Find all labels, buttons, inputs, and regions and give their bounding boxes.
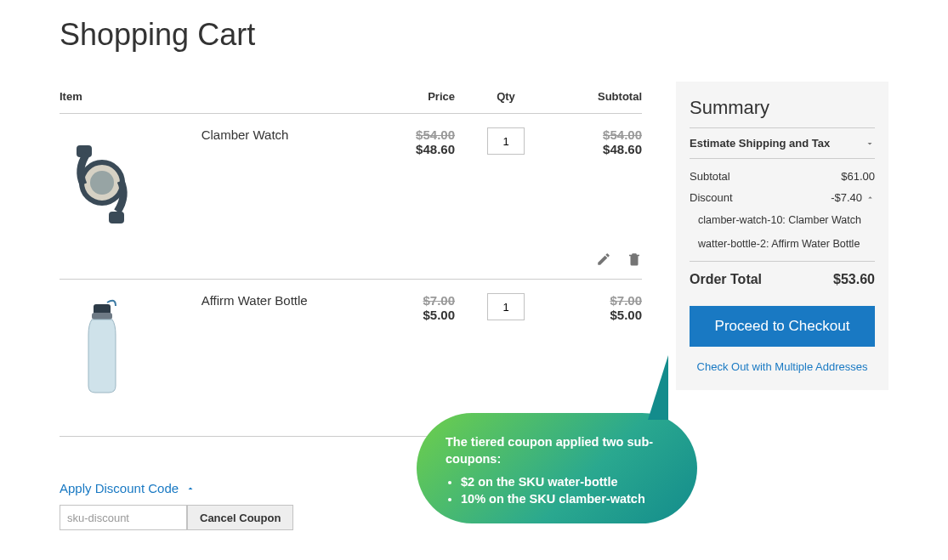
remove-item-button[interactable] <box>627 252 642 267</box>
price-old: $7.00 <box>378 293 455 308</box>
col-price: Price <box>378 82 455 114</box>
discount-code-input[interactable] <box>60 505 187 530</box>
proceed-to-checkout-button[interactable]: Proceed to Checkout <box>690 306 875 347</box>
chevron-up-icon <box>185 484 196 494</box>
svg-rect-5 <box>92 313 112 320</box>
subtotal-old: $54.00 <box>557 127 642 142</box>
table-row: Affirm Water Bottle $7.00 $5.00 $7.00 $5… <box>60 280 642 413</box>
discount-detail: clamber-watch-10: Clamber Watch <box>690 208 875 232</box>
table-row: Clamber Watch $54.00 $48.60 $54.00 $48.6… <box>60 114 642 247</box>
subtotal-line: Subtotal $61.00 <box>690 166 875 187</box>
price-new: $5.00 <box>378 308 455 322</box>
cart-area: Item Price Qty Subtotal <box>60 82 642 530</box>
cancel-coupon-button[interactable]: Cancel Coupon <box>187 505 293 530</box>
subtotal-value: $61.00 <box>841 170 875 183</box>
discount-line[interactable]: Discount -$7.40 <box>690 187 875 208</box>
estimate-shipping-toggle[interactable]: Estimate Shipping and Tax <box>690 128 875 159</box>
callout-bullet: 10% on the SKU clamber-watch <box>461 490 673 507</box>
apply-discount-toggle[interactable]: Apply Discount Code <box>60 481 196 495</box>
edit-item-button[interactable] <box>596 252 611 267</box>
svg-point-3 <box>90 171 114 195</box>
discount-label: Discount <box>690 191 733 204</box>
chevron-up-icon <box>866 193 875 202</box>
col-qty: Qty <box>455 82 557 114</box>
order-total-line: Order Total $53.60 <box>690 261 875 287</box>
product-image[interactable] <box>60 127 145 238</box>
bottle-icon <box>68 297 136 399</box>
annotation-callout: The tiered coupon applied two sub-coupon… <box>417 413 697 523</box>
subtotal-old: $7.00 <box>557 293 642 308</box>
order-total-value: $53.60 <box>833 272 875 287</box>
order-total-label: Order Total <box>690 272 762 287</box>
row-actions <box>60 246 642 280</box>
discount-detail: watter-bottle-2: Affirm Water Bottle <box>690 232 875 256</box>
summary-title: Summary <box>690 97 875 128</box>
price-old: $54.00 <box>378 127 455 142</box>
discount-value: -$7.40 <box>831 191 862 204</box>
chevron-down-icon <box>865 139 875 149</box>
product-name[interactable]: Affirm Water Bottle <box>202 293 378 308</box>
product-image[interactable] <box>60 293 145 404</box>
apply-discount-label: Apply Discount Code <box>60 481 179 495</box>
col-item: Item <box>60 82 378 114</box>
product-name[interactable]: Clamber Watch <box>202 127 378 142</box>
callout-bullet: $2 on the SKU water-bottle <box>461 473 673 490</box>
estimate-label: Estimate Shipping and Tax <box>690 137 830 150</box>
summary-panel: Summary Estimate Shipping and Tax Subtot… <box>676 82 888 390</box>
subtotal-new: $48.60 <box>557 142 642 156</box>
callout-text: The tiered coupon applied two sub-coupon… <box>446 433 673 468</box>
multiple-addresses-link[interactable]: Check Out with Multiple Addresses <box>690 360 875 373</box>
callout-tail <box>648 355 668 420</box>
svg-rect-2 <box>109 212 124 223</box>
pencil-icon <box>596 252 611 267</box>
trash-icon <box>627 252 642 267</box>
subtotal-new: $5.00 <box>557 308 642 322</box>
subtotal-label: Subtotal <box>690 170 730 183</box>
price-new: $48.60 <box>378 142 455 156</box>
col-subtotal: Subtotal <box>557 82 642 114</box>
cart-table: Item Price Qty Subtotal <box>60 82 642 412</box>
page-title: Shopping Cart <box>60 17 888 53</box>
qty-input[interactable] <box>487 127 525 155</box>
qty-input[interactable] <box>487 293 525 320</box>
watch-icon <box>68 132 136 234</box>
